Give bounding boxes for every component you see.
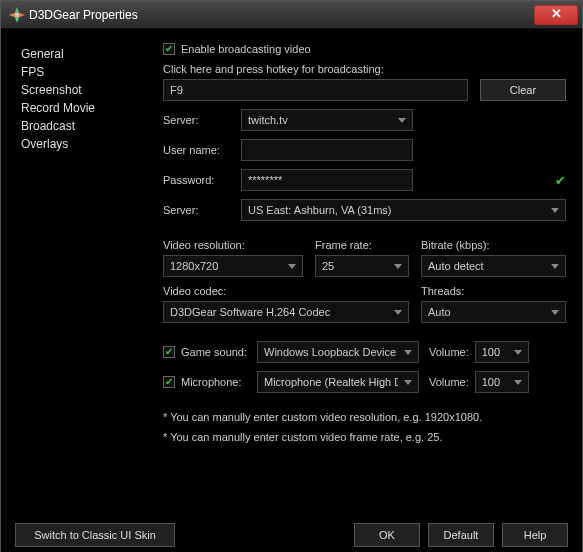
chevron-down-icon — [551, 264, 559, 269]
sidebar-item-overlays[interactable]: Overlays — [21, 135, 163, 153]
checkmark-icon: ✔ — [555, 173, 566, 188]
app-icon — [9, 7, 25, 23]
gamesound-label: Game sound: — [181, 346, 257, 358]
microphone-volume-select[interactable]: 100 — [475, 371, 529, 393]
enable-broadcast-label: Enable broadcasting video — [181, 43, 311, 55]
titlebar: D3DGear Properties ✕ — [1, 1, 582, 29]
chevron-down-icon — [404, 350, 412, 355]
window: D3DGear Properties ✕ General FPS Screens… — [0, 0, 583, 552]
gamesound-select[interactable]: Windows Loopback Device — [257, 341, 419, 363]
sidebar-item-broadcast[interactable]: Broadcast — [21, 117, 163, 135]
chevron-down-icon — [394, 264, 402, 269]
chevron-down-icon — [394, 310, 402, 315]
gamesound-volume-select[interactable]: 100 — [475, 341, 529, 363]
footer: Switch to Classic UI Skin OK Default Hel… — [1, 515, 582, 552]
sidebar-item-record-movie[interactable]: Record Movie — [21, 99, 163, 117]
clear-button[interactable]: Clear — [480, 79, 566, 101]
sidebar-item-screenshot[interactable]: Screenshot — [21, 81, 163, 99]
microphone-checkbox[interactable] — [163, 376, 175, 388]
fps-select[interactable]: 25 — [315, 255, 409, 277]
switch-skin-button[interactable]: Switch to Classic UI Skin — [15, 523, 175, 547]
window-title: D3DGear Properties — [29, 8, 534, 22]
password-input[interactable] — [241, 169, 413, 191]
chevron-down-icon — [288, 264, 296, 269]
gamesound-checkbox[interactable] — [163, 346, 175, 358]
server-label: Server: — [163, 114, 241, 126]
enable-broadcast-checkbox[interactable] — [163, 43, 175, 55]
bitrate-label: Bitrate (kbps): — [421, 239, 566, 251]
chevron-down-icon — [398, 118, 406, 123]
ok-button[interactable]: OK — [354, 523, 420, 547]
chevron-down-icon — [551, 310, 559, 315]
sidebar-item-fps[interactable]: FPS — [21, 63, 163, 81]
password-label: Password: — [163, 174, 241, 186]
microphone-label: Microphone: — [181, 376, 257, 388]
svg-point-0 — [15, 13, 19, 17]
chevron-down-icon — [404, 380, 412, 385]
fps-label: Frame rate: — [315, 239, 421, 251]
body: General FPS Screenshot Record Movie Broa… — [1, 29, 582, 515]
server-select[interactable]: twitch.tv — [241, 109, 413, 131]
hotkey-input[interactable] — [163, 79, 468, 101]
help-button[interactable]: Help — [502, 523, 568, 547]
volume-label-2: Volume: — [429, 376, 469, 388]
vres-label: Video resolution: — [163, 239, 315, 251]
volume-label-1: Volume: — [429, 346, 469, 358]
username-input[interactable] — [241, 139, 413, 161]
note-1: * You can manully enter custom video res… — [163, 411, 566, 423]
region-label: Server: — [163, 204, 241, 216]
bitrate-select[interactable]: Auto detect — [421, 255, 566, 277]
threads-label: Threads: — [421, 285, 566, 297]
chevron-down-icon — [551, 208, 559, 213]
chevron-down-icon — [514, 350, 522, 355]
codec-select[interactable]: D3DGear Software H.264 Codec — [163, 301, 409, 323]
hotkey-hint: Click here and press hotkey for broadcas… — [163, 63, 566, 75]
close-button[interactable]: ✕ — [534, 5, 578, 25]
codec-label: Video codec: — [163, 285, 421, 297]
sidebar-item-general[interactable]: General — [21, 45, 163, 63]
username-label: User name: — [163, 144, 241, 156]
vres-select[interactable]: 1280x720 — [163, 255, 303, 277]
chevron-down-icon — [514, 380, 522, 385]
microphone-select[interactable]: Microphone (Realtek High Defir — [257, 371, 419, 393]
threads-select[interactable]: Auto — [421, 301, 566, 323]
region-select[interactable]: US East: Ashburn, VA (31ms) — [241, 199, 566, 221]
sidebar: General FPS Screenshot Record Movie Broa… — [7, 37, 163, 515]
note-2: * You can manully enter custom video fra… — [163, 431, 566, 443]
default-button[interactable]: Default — [428, 523, 494, 547]
main-panel: Enable broadcasting video Click here and… — [163, 37, 576, 515]
